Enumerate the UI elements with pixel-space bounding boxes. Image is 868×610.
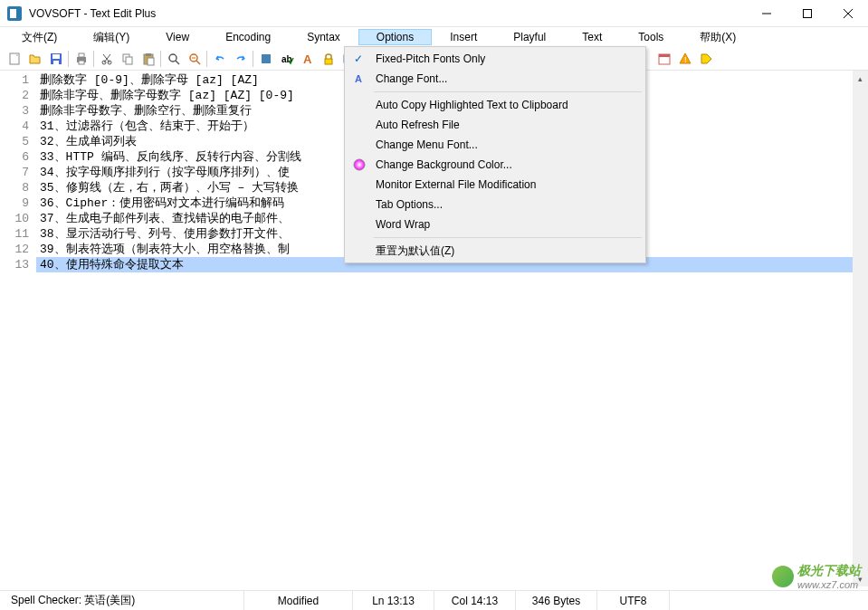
lock-icon[interactable]: [318, 49, 339, 69]
svg-text:!: !: [684, 55, 687, 64]
search-icon[interactable]: [163, 49, 184, 69]
status-modified: Modified: [244, 591, 353, 610]
print-icon[interactable]: [71, 49, 91, 69]
dropdown-item-label: Fixed-Pitch Fonts Only: [376, 52, 485, 65]
watermark: 极光下载站 www.xz7.com: [772, 563, 861, 590]
dropdown-item[interactable]: Tab Options...: [347, 195, 644, 214]
line-number: 1: [0, 72, 29, 88]
svg-rect-7: [53, 61, 59, 64]
svg-rect-6: [52, 54, 60, 59]
line-number: 7: [0, 165, 29, 180]
dropdown-item-label: Change Background Color...: [376, 158, 512, 171]
line-number: 4: [0, 119, 29, 134]
close-button[interactable]: [827, 0, 868, 27]
new-file-icon[interactable]: [4, 49, 24, 69]
watermark-text: 极光下载站: [797, 563, 861, 579]
dropdown-item[interactable]: Change Menu Font...: [347, 135, 644, 155]
check-icon: ✓: [354, 52, 363, 65]
paste-icon[interactable]: [138, 49, 158, 69]
menu-insert[interactable]: Insert: [432, 29, 495, 45]
scroll-up-icon[interactable]: ▴: [853, 71, 868, 86]
dropdown-item[interactable]: Auto Copy Highlighted Text to Clipboard: [347, 95, 644, 115]
app-icon: [7, 6, 22, 21]
dropdown-item[interactable]: Word Wrap: [347, 214, 644, 234]
spell-check-icon[interactable]: ab: [276, 49, 297, 69]
save-icon[interactable]: [45, 49, 66, 69]
color-wheel-icon: [352, 157, 367, 172]
menu-separator: [374, 237, 642, 238]
titlebar: VOVSOFT - Text Edit Plus: [0, 0, 868, 27]
copy-icon[interactable]: [117, 49, 138, 69]
svg-line-21: [176, 61, 179, 64]
undo-icon[interactable]: [209, 49, 230, 69]
dropdown-item-label: Tab Options...: [376, 198, 443, 211]
line-gutter: 12345678910111213: [0, 71, 36, 586]
menu-encoding[interactable]: Encoding: [207, 29, 289, 45]
line-number: 6: [0, 149, 29, 165]
tool-icon-1[interactable]: [255, 49, 276, 69]
svg-rect-19: [148, 58, 154, 65]
svg-line-14: [103, 54, 110, 62]
watermark-logo-icon: [772, 566, 794, 587]
dropdown-item-label: 重置为默认值(Z): [376, 243, 454, 259]
menu-x[interactable]: 帮助(X): [682, 28, 754, 47]
line-number: 11: [0, 226, 29, 242]
watermark-url: www.xz7.com: [797, 579, 861, 590]
status-line: Ln 13:13: [353, 591, 434, 610]
window-title: VOVSOFT - Text Edit Plus: [29, 7, 746, 20]
menubar: 文件(Z)编辑(Y)ViewEncodingSyntaxOptionsInser…: [0, 27, 868, 47]
line-number: 2: [0, 88, 29, 103]
menu-view[interactable]: View: [148, 29, 207, 45]
svg-rect-31: [659, 54, 670, 57]
line-number: 13: [0, 257, 29, 272]
vertical-scrollbar[interactable]: ▴ ▾: [853, 71, 868, 586]
font-icon: A: [352, 71, 367, 86]
minimize-button[interactable]: [746, 0, 787, 27]
dropdown-item-label: Monitor External File Modification: [376, 178, 536, 191]
dropdown-item[interactable]: ✓Fixed-Pitch Fonts Only: [347, 49, 644, 69]
dropdown-item-label: Auto Refresh File: [376, 119, 460, 131]
line-number: 3: [0, 103, 29, 119]
calendar-icon[interactable]: [653, 49, 674, 69]
menu-options[interactable]: Options: [358, 29, 432, 45]
maximize-button[interactable]: [787, 0, 827, 27]
dropdown-item-label: Change Menu Font...: [376, 138, 478, 151]
open-file-icon[interactable]: [24, 49, 45, 69]
dropdown-item-label: Change Font...: [376, 72, 447, 85]
menu-y[interactable]: 编辑(Y): [75, 28, 148, 47]
svg-text:A: A: [355, 73, 362, 84]
dropdown-item[interactable]: Monitor External File Modification: [347, 175, 644, 195]
tag-icon[interactable]: [695, 49, 716, 69]
dropdown-item[interactable]: 重置为默认值(Z): [347, 241, 644, 261]
warning-icon[interactable]: !: [674, 49, 695, 69]
status-encoding: UTF8: [597, 591, 670, 610]
redo-icon[interactable]: [230, 49, 251, 69]
svg-line-13: [104, 54, 110, 62]
dropdown-item[interactable]: AChange Font...: [347, 69, 644, 89]
dropdown-item[interactable]: Auto Refresh File: [347, 115, 644, 135]
statusbar: Spell Checker: 英语(美国) Modified Ln 13:13 …: [0, 590, 868, 610]
menu-playful[interactable]: Playful: [495, 29, 564, 45]
options-dropdown: ✓Fixed-Pitch Fonts OnlyAChange Font...Au…: [344, 46, 646, 263]
svg-line-23: [196, 61, 200, 64]
status-bytes: 346 Bytes: [516, 591, 597, 610]
menu-tools[interactable]: Tools: [620, 29, 682, 45]
dropdown-item-label: Word Wrap: [376, 218, 430, 231]
svg-text:A: A: [303, 52, 312, 66]
line-number: 12: [0, 242, 29, 257]
status-column: Col 14:13: [434, 591, 516, 610]
menu-text[interactable]: Text: [564, 29, 620, 45]
svg-rect-9: [79, 53, 84, 57]
line-number: 9: [0, 195, 29, 211]
svg-rect-18: [146, 53, 151, 56]
line-number: 8: [0, 180, 29, 195]
font-icon[interactable]: A: [297, 49, 318, 69]
menu-syntax[interactable]: Syntax: [289, 29, 358, 45]
svg-rect-10: [79, 61, 84, 64]
svg-rect-1: [803, 9, 811, 17]
zoom-icon[interactable]: [184, 49, 205, 69]
menu-separator: [374, 91, 642, 92]
menu-z[interactable]: 文件(Z): [4, 28, 75, 47]
cut-icon[interactable]: [96, 49, 117, 69]
dropdown-item[interactable]: Change Background Color...: [347, 155, 644, 175]
